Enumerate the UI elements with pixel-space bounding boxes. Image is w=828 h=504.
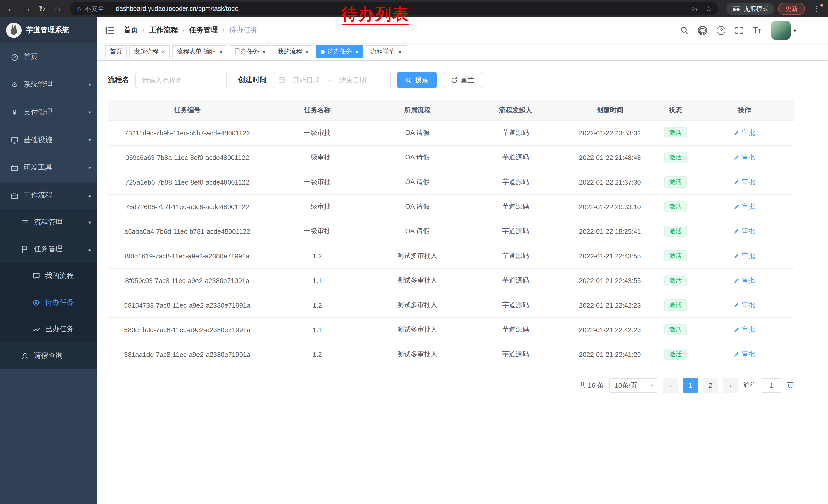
security-label: 不安全 <box>85 4 104 13</box>
sidebar-item-workflow[interactable]: 工作流程 ▴ <box>0 182 97 209</box>
breadcrumb-item[interactable]: 首页 <box>124 26 138 35</box>
sidebar-toggle-icon[interactable] <box>105 25 116 36</box>
col-status: 状态 <box>656 100 695 121</box>
status-badge: 激活 <box>664 226 687 237</box>
tab-todo-tasks[interactable]: 待办任务 × <box>316 45 363 58</box>
reset-button[interactable]: 重置 <box>443 72 482 88</box>
user-menu[interactable]: ▾ <box>771 20 796 40</box>
tab-close-icon[interactable]: × <box>162 48 165 55</box>
tab-process-form-edit[interactable]: 流程表单-编辑 × <box>172 45 227 58</box>
avatar[interactable] <box>771 20 791 40</box>
tab-close-icon[interactable]: × <box>305 48 309 55</box>
sidebar-item-task-management[interactable]: 任务管理 ▴ <box>0 236 97 263</box>
sidebar-item-system-management[interactable]: ⚙ 系统管理 ▾ <box>0 71 97 98</box>
tab-my-processes[interactable]: 我的流程 × <box>273 45 314 58</box>
gear-icon: ⚙ <box>10 81 18 89</box>
page-number-1[interactable]: 1 <box>683 378 698 393</box>
cell-created: 2022-01-21 22:41:29 <box>564 342 656 367</box>
home-icon[interactable]: ⌂ <box>50 2 65 16</box>
cell-status: 激活 <box>656 145 695 170</box>
sidebar-item-infrastructure[interactable]: 基础设施 ▾ <box>0 126 97 154</box>
tab-done-tasks[interactable]: 已办任务 × <box>230 45 271 58</box>
update-button[interactable]: 更新 <box>778 3 805 15</box>
status-badge: 激活 <box>664 324 687 335</box>
approve-link[interactable]: 审批 <box>734 227 755 236</box>
page-number-2[interactable]: 2 <box>703 378 718 393</box>
approve-link[interactable]: 审批 <box>734 153 755 162</box>
chevron-down-icon: ▾ <box>88 165 91 170</box>
sidebar-item-process-management[interactable]: 流程管理 ▾ <box>0 209 97 236</box>
fullscreen-icon[interactable] <box>735 27 743 34</box>
table-row: 725a1eb6-7b88-11ec-8ef0-acde48001122 一级审… <box>108 170 794 194</box>
sidebar-item-leave-query[interactable]: 请假查询 <box>0 342 97 369</box>
browser-menu-icon[interactable]: ⋮ <box>810 4 824 13</box>
tab-close-icon[interactable]: × <box>262 48 266 55</box>
cell-status: 激活 <box>656 293 695 317</box>
end-date-input[interactable] <box>333 76 373 84</box>
sidebar-item-home[interactable]: 首页 <box>0 43 97 71</box>
next-page-button[interactable]: › <box>723 378 738 393</box>
tab-home[interactable]: 首页 <box>105 45 127 58</box>
search-button[interactable]: 搜索 <box>397 72 437 88</box>
sidebar-item-label: 研发工具 <box>24 163 52 172</box>
approve-link[interactable]: 审批 <box>734 276 755 285</box>
yen-icon: ¥ <box>10 108 18 117</box>
sidebar-item-my-processes[interactable]: 我的流程 <box>0 263 97 289</box>
cell-status: 激活 <box>656 121 695 145</box>
dashboard-icon <box>10 53 18 61</box>
chat-icon <box>32 272 40 280</box>
goto-label: 前往 <box>743 381 756 390</box>
cell-created: 2022-01-21 22:43:55 <box>564 243 656 268</box>
approve-link[interactable]: 审批 <box>734 350 755 359</box>
sidebar-item-payment-management[interactable]: ¥ 支付管理 ▾ <box>0 98 97 126</box>
bookmark-star-icon[interactable]: ☆ <box>706 5 712 13</box>
col-process: 所属流程 <box>368 100 467 121</box>
page-size-select[interactable]: 10条/页 ▾ <box>610 378 658 393</box>
approve-link[interactable]: 审批 <box>734 177 755 187</box>
goto-page-input[interactable] <box>761 378 782 393</box>
status-badge: 激活 <box>664 300 687 311</box>
tab-close-icon[interactable]: × <box>355 48 359 55</box>
process-name-input[interactable] <box>135 72 227 88</box>
cell-action: 审批 <box>695 293 794 317</box>
annotation-overlay: 待办列表 <box>342 6 409 25</box>
cell-task-name: 1.2 <box>267 243 368 268</box>
help-icon[interactable]: ? <box>717 26 726 35</box>
tab-close-icon[interactable]: × <box>398 48 402 55</box>
breadcrumb-item[interactable]: 任务管理 <box>189 26 218 35</box>
key-icon[interactable] <box>691 5 699 12</box>
search-icon[interactable] <box>680 26 689 34</box>
sidebar-item-label: 任务管理 <box>34 244 63 254</box>
edit-icon <box>734 277 740 283</box>
sidebar-item-todo-tasks[interactable]: 待办任务 <box>0 289 97 316</box>
status-badge: 激活 <box>664 275 687 286</box>
back-icon[interactable]: ← <box>4 2 18 16</box>
forward-icon[interactable]: → <box>19 2 34 16</box>
sidebar-item-label: 待办任务 <box>45 298 74 307</box>
app-logo-row[interactable]: 芋道管理系统 <box>0 17 97 43</box>
sidebar-item-done-tasks[interactable]: 已办任务 <box>0 316 97 342</box>
tab-initiate-process[interactable]: 发起流程 × <box>129 45 170 58</box>
approve-link[interactable]: 审批 <box>734 202 755 211</box>
person-icon <box>20 352 29 360</box>
cell-created: 2022-01-22 21:48:48 <box>564 145 656 170</box>
tab-close-icon[interactable]: × <box>219 48 223 55</box>
prev-page-button[interactable]: ‹ <box>663 378 678 393</box>
browser-window: ← → ↻ ⌂ ⚠ 不安全 dashboard.yudao.iocoder.cn… <box>0 0 828 504</box>
breadcrumb-item[interactable]: 工作流程 <box>149 26 178 35</box>
approve-link[interactable]: 审批 <box>734 301 755 310</box>
date-range-picker[interactable]: - <box>273 72 391 88</box>
reload-icon[interactable]: ↻ <box>35 2 49 16</box>
font-size-icon[interactable]: TT <box>753 26 761 35</box>
approve-link[interactable]: 审批 <box>734 251 755 261</box>
omnibox-divider <box>110 5 110 12</box>
github-icon[interactable] <box>699 26 707 35</box>
cell-created: 2022-01-22 21:37:30 <box>564 170 656 194</box>
sidebar-item-dev-tools[interactable]: 研发工具 ▾ <box>0 154 97 182</box>
cell-action: 审批 <box>695 268 794 293</box>
tab-process-detail[interactable]: 流程详情 × <box>366 45 406 58</box>
approve-link[interactable]: 审批 <box>734 128 755 137</box>
start-date-input[interactable] <box>286 76 326 84</box>
approve-link[interactable]: 审批 <box>734 325 755 334</box>
cell-action: 审批 <box>695 219 794 243</box>
